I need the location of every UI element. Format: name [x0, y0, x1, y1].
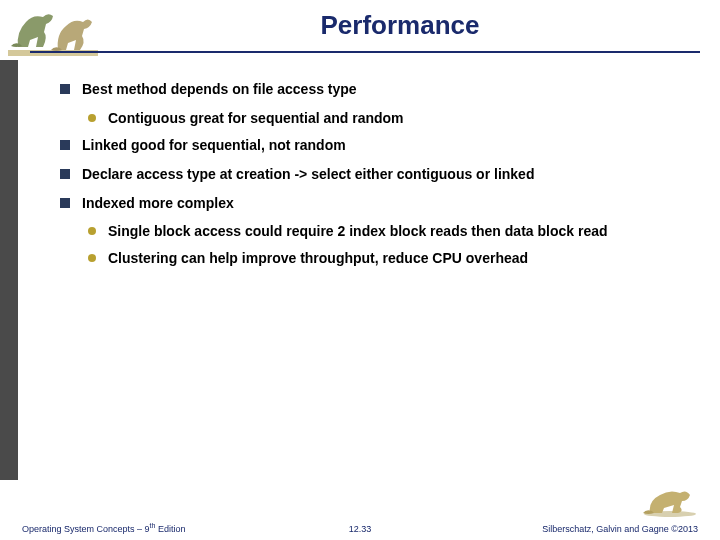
bullet-text: Clustering can help improve throughput, …	[108, 249, 690, 268]
bullet-level1: Indexed more complex	[60, 194, 690, 213]
dinosaur-logo-bottom	[640, 483, 700, 518]
bullet-level2: Contiguous great for sequential and rand…	[88, 109, 690, 128]
left-sidebar	[0, 60, 18, 480]
bullet-text: Contiguous great for sequential and rand…	[108, 109, 690, 128]
circle-bullet-icon	[88, 114, 96, 122]
footer-copyright: Silberschatz, Galvin and Gagne ©2013	[542, 524, 698, 534]
square-bullet-icon	[60, 169, 70, 179]
dinosaur-logo-top	[8, 2, 98, 57]
bullet-level1: Declare access type at creation -> selec…	[60, 165, 690, 184]
circle-bullet-icon	[88, 227, 96, 235]
slide-title: Performance	[100, 10, 700, 47]
circle-bullet-icon	[88, 254, 96, 262]
bullet-text: Single block access could require 2 inde…	[108, 222, 690, 241]
title-underline	[30, 51, 700, 53]
bullet-text: Declare access type at creation -> selec…	[82, 165, 690, 184]
bullet-level1: Best method depends on file access type	[60, 80, 690, 99]
bullet-level2: Clustering can help improve throughput, …	[88, 249, 690, 268]
footer-left: Operating System Concepts – 9th Edition	[22, 522, 185, 534]
footer-page-number: 12.33	[349, 524, 372, 534]
bullet-text: Linked good for sequential, not random	[82, 136, 690, 155]
bullet-level2: Single block access could require 2 inde…	[88, 222, 690, 241]
square-bullet-icon	[60, 84, 70, 94]
slide-content: Best method depends on file access type …	[60, 80, 690, 276]
square-bullet-icon	[60, 198, 70, 208]
bullet-level1: Linked good for sequential, not random	[60, 136, 690, 155]
footer-book-title: Operating System Concepts – 9	[22, 524, 150, 534]
footer-edition: Edition	[155, 524, 185, 534]
square-bullet-icon	[60, 140, 70, 150]
bullet-text: Indexed more complex	[82, 194, 690, 213]
title-area: Performance	[100, 10, 700, 53]
bullet-text: Best method depends on file access type	[82, 80, 690, 99]
